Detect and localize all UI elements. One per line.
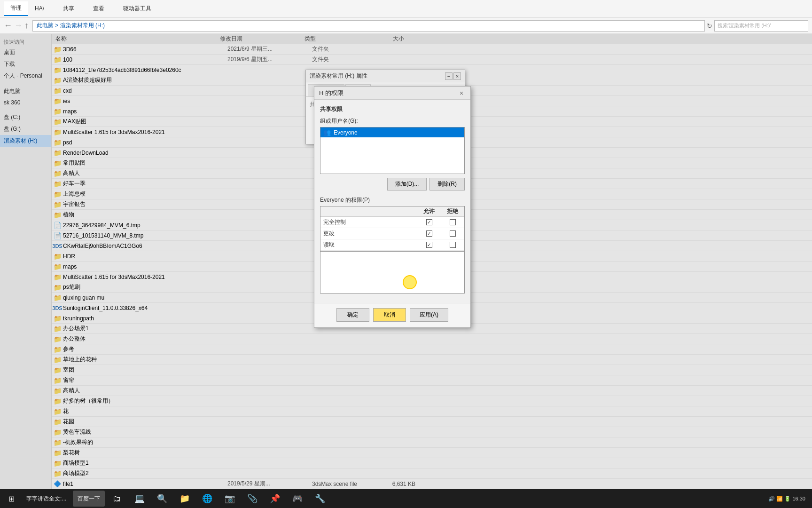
perm-perm-name: 更改 [320,230,417,238]
taskbar-text-item[interactable]: 字字讲话全文:... [22,491,71,507]
perm-allow-check-2[interactable] [417,242,441,248]
perm-title: H 的权限 [319,89,344,97]
address-bar: ← → ↑ 此电脑 > 渲染素材常用 (H:) ↻ 搜索'渲染素材常用 (H:)… [0,18,812,34]
refresh-icon[interactable]: ↻ [707,22,712,30]
perm-perms-section: Everyone 的权限(P) 允许 拒绝 完全控制 [320,196,465,294]
perm-ok-btn[interactable]: 确定 [336,308,369,322]
taskbar-cam-icon: 📷 [224,493,235,504]
perm-row-modify: 更改 [320,228,464,239]
taskbar-pin-icon: 📌 [269,493,281,504]
taskbar-icon-6[interactable]: 📷 [219,491,240,507]
taskbar: ⊞ 字字讲话全文:... 百度一下 🗂 💻 🔍 📁 🌐 📷 📎 📌 [0,489,812,508]
perm-add-remove-row: 添加(D)... 删除(R) [320,178,465,190]
checkbox-deny-read[interactable] [450,242,456,248]
tab-ha[interactable]: HA\ [28,2,51,16]
perm-deny-check-1[interactable] [441,230,464,237]
explorer-background: 管理 HA\ 共享 查看 驱动器工具 ← → ↑ 此电脑 > 渲染素材常用 (H… [0,0,812,508]
checkbox-allow-full[interactable] [426,219,432,225]
perm-apply-btn[interactable]: 应用(A) [410,308,448,322]
taskbar-icon-9[interactable]: 🎮 [287,491,308,507]
properties-minimize-btn[interactable]: − [445,72,453,80]
perm-col-name [320,206,417,216]
perm-row-read: 读取 [320,239,464,251]
perm-listbox[interactable]: 👥 Everyone [320,127,465,174]
taskbar-icon-2[interactable]: 💻 [129,491,150,507]
taskbar-web-icon: 🌐 [202,493,213,504]
start-button[interactable]: ⊞ [2,491,21,507]
checkbox-deny-modify[interactable] [450,230,456,237]
perm-perms-label: Everyone 的权限(P) [320,196,465,204]
perm-body: 共享权限 组或用户名(G): 👥 Everyone 添加(D)... 删除(R)… [314,100,470,303]
btn-view[interactable]: 查看 [88,3,109,15]
nav-back-icon[interactable]: ← [4,21,12,31]
perm-perms-header: 允许 拒绝 [320,206,464,217]
taskbar-icon-8[interactable]: 📌 [265,491,285,507]
perm-perm-name: 完全控制 [320,218,417,226]
checkbox-allow-read[interactable] [426,242,432,248]
perm-group-label: 组或用户名(G): [320,117,465,125]
search-placeholder: 搜索'渲染素材常用 (H:)' [718,22,771,29]
perm-row-full: 完全控制 [320,217,464,228]
perm-allow-check-0[interactable] [417,219,441,225]
taskbar-file-icon: 🗂 [111,493,123,504]
perm-cancel-btn[interactable]: 取消 [373,308,406,322]
taskbar-tool-icon: 🔧 [314,493,326,504]
properties-close-btn[interactable]: × [453,72,461,80]
perm-titlebar: H 的权限 × [314,87,470,100]
perm-close-btn[interactable]: × [457,89,466,97]
perm-perms-table: 允许 拒绝 完全控制 更改 [320,206,465,251]
taskbar-icon-3[interactable]: 🔍 [152,491,172,507]
checkbox-allow-modify[interactable] [426,230,432,237]
nav-forward-icon[interactable]: → [14,21,23,31]
perm-allow-check-1[interactable] [417,230,441,237]
taskbar-clip-icon: 📎 [247,493,258,504]
perm-remove-btn[interactable]: 删除(R) [429,178,465,190]
taskbar-icon-10[interactable]: 🔧 [310,491,330,507]
taskbar-baidu-label: 百度一下 [78,495,100,503]
perm-col-deny: 拒绝 [441,206,464,216]
taskbar-icon-1[interactable]: 🗂 [107,491,127,507]
taskbar-computer-icon: 💻 [134,493,145,504]
perm-col-allow: 允许 [417,206,441,216]
perm-add-btn[interactable]: 添加(D)... [387,178,427,190]
taskbar-right-area: 🔊 📶 🔋 16:30 [768,496,810,502]
address-path[interactable]: 此电脑 > 渲染素材常用 (H:) [32,20,705,32]
nav-up-icon[interactable]: ↑ [24,21,29,31]
taskbar-icon-4[interactable]: 📁 [174,491,195,507]
perm-extra-area [320,251,465,294]
tab-manage[interactable]: 管理 [4,1,28,16]
group-icon: 👥 [323,129,331,136]
perm-perm-name: 读取 [320,241,417,249]
taskbar-baidu-item[interactable]: 百度一下 [73,491,105,507]
btn-share[interactable]: 共享 [58,3,79,15]
taskbar-folder-icon: 📁 [179,493,190,504]
search-box[interactable]: 搜索'渲染素材常用 (H:)' [714,20,808,32]
taskbar-game-icon: 🎮 [292,493,303,504]
permissions-dialog: H 的权限 × 共享权限 组或用户名(G): 👥 Everyone 添加(D).… [314,86,471,328]
btn-driver-tools[interactable]: 驱动器工具 [118,3,156,15]
taskbar-icon-7[interactable]: 📎 [242,491,263,507]
perm-listbox-item[interactable]: 👥 Everyone [320,127,464,137]
properties-titlebar: 渲染素材常用 (H:) 属性 − × [306,70,465,82]
perm-deny-check-2[interactable] [441,242,464,248]
properties-title: 渲染素材常用 (H:) 属性 [310,72,367,80]
checkbox-deny-full[interactable] [450,219,456,225]
taskbar-text-label: 字字讲话全文:... [26,495,66,503]
toolbar: 管理 HA\ 共享 查看 驱动器工具 [0,0,812,18]
taskbar-status: 🔊 📶 🔋 16:30 [768,496,805,502]
perm-section-title: 共享权限 [320,105,465,113]
perm-user-entry: Everyone [334,129,358,136]
taskbar-icon-5[interactable]: 🌐 [197,491,218,507]
taskbar-search-icon: 🔍 [156,493,168,504]
perm-deny-check-0[interactable] [441,219,464,225]
perm-footer: 确定 取消 应用(A) [314,303,470,327]
path-computer[interactable]: 此电脑 > 渲染素材常用 (H:) [37,22,105,30]
